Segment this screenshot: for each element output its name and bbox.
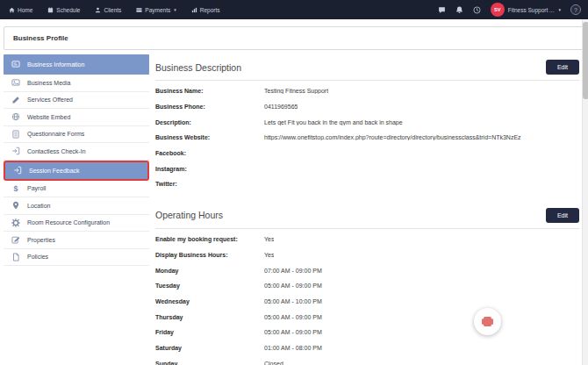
account-menu[interactable]: SV Fitness Support ... ▾ [491, 3, 561, 17]
sidebar-item-label: Payroll [27, 185, 46, 191]
properties-edit-icon [11, 235, 20, 244]
field-row: Enable my booking request: Yes [155, 232, 579, 247]
field-label: Description: [155, 119, 264, 125]
sidebar-item-payroll[interactable]: $ Payroll [4, 181, 149, 198]
sidebar-item-policies[interactable]: Policies [4, 249, 149, 267]
gear-icon [11, 218, 20, 227]
scrollbar-thumb[interactable] [583, 22, 588, 99]
field-row: Business Phone: 0411969565 [155, 99, 579, 115]
nav-item-label: Schedule [56, 7, 80, 13]
field-label: Instagram: [155, 166, 264, 172]
edit-business-description-button[interactable]: Edit [546, 60, 579, 75]
section-title: Business Description [155, 62, 241, 73]
description-value: Lets get Fit you back in the gym and bac… [264, 119, 403, 125]
bell-icon[interactable] [455, 2, 463, 18]
sidebar-item-label: Services Offered [27, 97, 73, 103]
main-panel: Business Description Edit Business Name:… [155, 54, 584, 365]
sidebar-item-room-resource-configuration[interactable]: Room Resource Configuration [4, 215, 149, 233]
sidebar-item-properties[interactable]: Properties [4, 232, 149, 249]
field-label: Thursday [155, 314, 264, 320]
sunday-hours-value: Closed [264, 361, 283, 365]
contactless-check-in-icon [11, 147, 20, 155]
sidebar-item-contactless-check-in[interactable]: Contactless Check-In [4, 143, 149, 161]
field-label: Monday [155, 268, 264, 274]
sidebar-item-location[interactable]: Location [4, 197, 149, 215]
field-label: Business Phone: [155, 104, 264, 110]
section-header: Business Description Edit [155, 54, 579, 80]
sidebar-item-services-offered[interactable]: Services Offered [4, 92, 149, 110]
sidebar-item-business-media[interactable]: Business Media [4, 75, 149, 92]
field-label: Enable my booking request: [155, 236, 264, 242]
website-embed-icon [11, 112, 20, 121]
page-title: Business Profile [13, 34, 68, 42]
clock-icon[interactable] [473, 2, 481, 18]
display-business-hours-value: Yes [264, 252, 274, 258]
sidebar-item-label: Room Resource Configuration [27, 219, 110, 225]
monday-hours-value: 07:00 AM - 09:00 PM [264, 268, 322, 274]
section-header: Operating Hours Edit [155, 203, 579, 228]
sidebar-item-label: Business Media [27, 80, 70, 86]
business-profile-screen: Home Schedule Clients Payments ▾ Reports [0, 0, 588, 365]
field-list: Business Name: Testing Fitness Support B… [155, 81, 579, 192]
field-row: Tuesday 05:00 AM - 09:00 PM [155, 278, 579, 294]
nav-item-reports[interactable]: Reports [191, 7, 220, 13]
nav-item-label: Home [18, 7, 32, 13]
top-navbar: Home Schedule Clients Payments ▾ Reports [0, 0, 588, 19]
payments-icon [136, 7, 142, 13]
payroll-icon: $ [11, 184, 20, 193]
sidebar-item-label: Location [27, 203, 50, 209]
nav-item-clients[interactable]: Clients [95, 7, 121, 13]
sidebar-item-label: Business Information [27, 61, 84, 68]
field-label: Saturday [155, 345, 264, 351]
questionnaire-forms-icon [11, 130, 20, 139]
home-icon [9, 7, 15, 13]
field-label: Sunday [155, 361, 264, 365]
field-label: Friday [155, 329, 264, 335]
field-row: Display Business Hours: Yes [155, 247, 579, 263]
business-media-icon [11, 78, 20, 87]
location-pin-icon [11, 201, 20, 210]
tuesday-hours-value: 05:00 AM - 09:00 PM [264, 283, 322, 289]
page-title-bar: Business Profile [4, 26, 584, 50]
business-information-icon [11, 60, 20, 68]
field-row: Business Name: Testing Fitness Support [155, 83, 579, 99]
business-website-link[interactable]: https://www.onefitstop.com/index.php?rou… [264, 134, 521, 140]
sidebar-item-label: Website Embed [27, 114, 70, 120]
chevron-down-icon: ▾ [174, 7, 176, 12]
support-widget-button[interactable] [474, 308, 501, 335]
section-business-description: Business Description Edit Business Name:… [155, 54, 579, 192]
field-row: Thursday 05:00 AM - 09:00 PM [155, 309, 579, 325]
sidebar-item-website-embed[interactable]: Website Embed [4, 109, 149, 126]
field-label: Facebook: [155, 150, 264, 156]
chevron-down-icon: ▾ [558, 7, 561, 12]
sidebar-item-label: Contactless Check-In [27, 148, 86, 154]
help-icon[interactable]: ? [570, 4, 581, 15]
field-row: Twitter: [155, 176, 579, 192]
nav-item-schedule[interactable]: Schedule [47, 7, 80, 13]
nav-item-payments[interactable]: Payments ▾ [136, 7, 176, 13]
scrollbar-track[interactable] [582, 19, 588, 365]
reports-icon [191, 7, 197, 13]
nav-item-home[interactable]: Home [9, 7, 32, 13]
nav-item-label: Payments [145, 7, 170, 13]
sidebar-item-label: Policies [27, 254, 48, 260]
avatar: SV [491, 3, 505, 17]
field-label: Display Business Hours: [155, 252, 264, 258]
nav-actions: SV Fitness Support ... ▾ ? [438, 2, 581, 18]
chat-icon[interactable] [438, 2, 446, 18]
enable-booking-request-value: Yes [264, 236, 274, 242]
field-row: Friday 05:00 AM - 09:00 PM [155, 325, 579, 340]
edit-operating-hours-button[interactable]: Edit [546, 208, 579, 223]
field-row: Facebook: [155, 146, 579, 161]
sidebar-item-session-feedback[interactable]: Session Feedback [4, 161, 149, 181]
nav-menu: Home Schedule Clients Payments ▾ Reports [9, 7, 220, 13]
sidebar-item-business-information[interactable]: Business Information [4, 54, 149, 75]
sidebar-item-label: Questionnaire Forms [27, 131, 84, 137]
field-row: Business Website: https://www.onefitstop… [155, 130, 579, 146]
session-feedback-icon [13, 166, 22, 175]
support-widget-icon [481, 316, 494, 327]
business-phone-value: 0411969565 [264, 104, 298, 110]
account-name: Fitness Support ... [508, 7, 555, 13]
section-operating-hours: Operating Hours Edit Enable my booking r… [155, 203, 579, 365]
sidebar-item-questionnaire-forms[interactable]: Questionnaire Forms [4, 126, 149, 144]
